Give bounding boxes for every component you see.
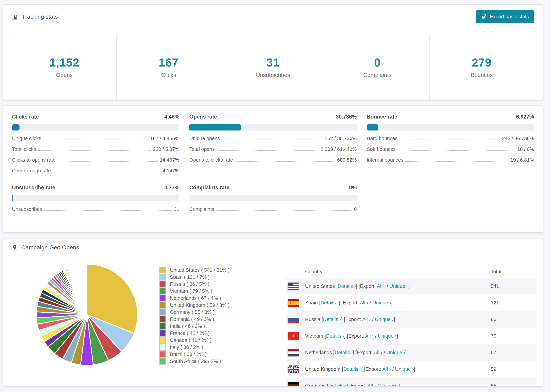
rate-row: Total opens 2,303 / 61.446% <box>189 147 357 152</box>
country-cell: Russia [Details ›] [Export: All › / Uniq… <box>305 317 491 322</box>
dotted-leader <box>216 210 352 211</box>
table-row: Germany [Details ›] [Export: All › / Uni… <box>286 378 536 386</box>
geo-table: Country Total United States [Details ›] … <box>286 265 536 386</box>
export-unique-link[interactable]: Unique › <box>378 333 397 339</box>
summary-stat: 0 Complaints <box>325 34 429 100</box>
rate-row-value: 18 / 0% <box>517 147 534 152</box>
details-link[interactable]: Details › <box>338 283 356 289</box>
summary-value: 167 <box>159 56 178 69</box>
export-unique-link[interactable]: Unique › <box>372 300 391 305</box>
export-all-link[interactable]: All › <box>362 317 371 322</box>
progress-bar <box>189 124 357 131</box>
rate-row-label: Clicks to opens rate <box>12 157 56 163</box>
rate-title: Opens rate <box>189 114 217 120</box>
total-value: 121 <box>491 300 536 306</box>
legend-label: Canada ( 40 / 2% ) <box>170 337 212 343</box>
rate-row-value: 0 <box>354 206 357 212</box>
export-all-link[interactable]: All › <box>365 333 374 339</box>
rate-block: Opens rate 30.736% Unique opens 1,152 / … <box>189 114 357 174</box>
details-link[interactable]: Details › <box>328 383 346 386</box>
export-unique-link[interactable]: Unique › <box>395 366 414 372</box>
details-link[interactable]: Details › <box>326 333 344 339</box>
dotted-leader <box>405 161 508 162</box>
flag-us-icon <box>288 283 299 290</box>
flag-ru-icon <box>288 316 299 323</box>
export-unique-link[interactable]: Unique › <box>389 283 408 289</box>
country-name: United States <box>305 283 335 289</box>
flag-nl-icon <box>288 349 299 357</box>
legend-item: Germany ( 55 / 3% ) <box>159 309 272 316</box>
summary-value: 279 <box>472 56 492 69</box>
table-row: United States [Details ›] [Export: All ›… <box>286 278 536 294</box>
legend-swatch <box>159 351 166 358</box>
legend-label: South Africa ( 29 / 2% ) <box>170 358 221 364</box>
geo-header: Campaign Geo Opens <box>3 239 543 256</box>
rate-row-label: Unique opens <box>189 136 220 141</box>
rate-row: Soft bounces 18 / 0% <box>367 147 534 152</box>
rate-block: Clicks rate 4.46% Unique clicks 167 / 4.… <box>12 114 179 174</box>
rate-row-label: Opens to clicks rate <box>189 157 233 163</box>
rates-card: Clicks rate 4.46% Unique clicks 167 / 4.… <box>3 105 543 233</box>
rate-row: Clicks to opens rate 14.497% <box>12 157 179 163</box>
export-unique-link[interactable]: Unique › <box>380 383 399 386</box>
legend-swatch <box>159 358 166 365</box>
page: Tracking stats Export basic stats 1,152 … <box>0 0 551 392</box>
rate-row: Unique opens 1,152 / 30.736% <box>189 136 357 141</box>
legend-item: Brazil ( 33 / 2% ) <box>159 351 272 358</box>
rate-row-value: 4.147% <box>162 168 179 174</box>
export-all-link[interactable]: All › <box>374 350 382 355</box>
rate-row-value: 31 <box>174 206 179 212</box>
flag-vn-icon <box>288 332 299 340</box>
details-link[interactable]: Details › <box>335 350 353 355</box>
export-basic-stats-button[interactable]: Export basic stats <box>476 10 534 23</box>
rate-row-value: 14.497% <box>160 157 179 163</box>
summary-label: Unsubscribes <box>256 72 290 78</box>
rate-title: Complaints rate <box>189 185 229 191</box>
total-value: 541 <box>491 283 536 289</box>
country-cell: United Kingdom [Details ›] [Export: All … <box>305 366 491 372</box>
legend-item: United States ( 541 / 31% ) <box>159 267 272 274</box>
legend-swatch <box>159 344 166 351</box>
total-value: 55 <box>491 383 536 386</box>
summary-label: Bounces <box>471 72 493 78</box>
dotted-leader <box>398 150 515 151</box>
summary-stats-row: 1,152 Opens 167 Clicks 31 Unsubscribes 0… <box>12 34 534 100</box>
flag-es-icon <box>288 299 299 307</box>
progress-fill <box>12 195 13 201</box>
geo-pie-chart <box>35 263 139 386</box>
details-link[interactable]: Details › <box>320 300 339 305</box>
rate-row-value: 220 / 5.87% <box>153 147 179 152</box>
map-pin-icon <box>12 244 17 251</box>
rate-title: Unsubscribe rate <box>12 185 55 191</box>
export-all-link[interactable]: All › <box>377 283 385 289</box>
column-total: Total <box>491 269 536 274</box>
flag-gb-icon <box>288 365 299 373</box>
legend-swatch <box>159 330 166 336</box>
rate-value: 0% <box>349 185 357 191</box>
column-country: Country <box>305 269 491 274</box>
legend-item: Italy ( 36 / 2% ) <box>159 344 272 351</box>
rate-row: Complaints 0 <box>189 206 357 212</box>
export-all-link[interactable]: All › <box>367 383 376 386</box>
country-cell: Spain [Details ›] [Export: All › / Uniqu… <box>305 300 491 306</box>
legend-swatch <box>159 302 166 308</box>
total-value: 67 <box>491 350 536 355</box>
rate-rows: Unique clicks 167 / 4.456% Total clicks … <box>12 136 179 174</box>
progress-fill <box>12 124 20 131</box>
summary-stat: 167 Clicks <box>116 34 221 100</box>
export-all-link[interactable]: All › <box>382 366 391 372</box>
dotted-leader <box>38 150 151 151</box>
summary-stat: 1,152 Opens <box>12 34 116 100</box>
table-row: Spain [Details ›] [Export: All › / Uniqu… <box>286 294 536 311</box>
total-value: 59 <box>491 366 536 372</box>
rate-head: Complaints rate 0% <box>189 185 357 191</box>
export-all-link[interactable]: All › <box>360 300 368 305</box>
details-link[interactable]: Details › <box>343 366 361 372</box>
export-unique-link[interactable]: Unique › <box>387 350 405 355</box>
legend-item: France ( 42 / 2% ) <box>159 330 272 337</box>
legend-swatch <box>159 316 166 322</box>
rate-row-label: Internal bounces <box>367 157 403 163</box>
export-unique-link[interactable]: Unique › <box>375 317 394 322</box>
rate-row: Unsubscribes 31 <box>12 206 179 212</box>
details-link[interactable]: Details › <box>323 317 341 322</box>
